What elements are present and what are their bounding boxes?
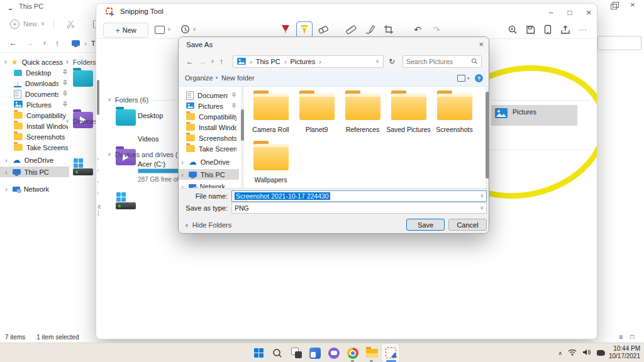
sidebar-item-screenshots[interactable]: Screenshots (14, 131, 68, 142)
highlighter-tool[interactable] (296, 21, 313, 38)
chrome-button[interactable] (343, 343, 362, 362)
explorer-new-button[interactable]: + New ∨ (10, 19, 45, 29)
dialog-sidebar-screenshots[interactable]: Screenshots (186, 133, 236, 143)
breadcrumb-pictures[interactable]: Pictures (290, 58, 315, 65)
wifi-icon[interactable] (568, 349, 577, 357)
sidebar-item-network[interactable]: › Network (4, 184, 67, 194)
help-icon[interactable]: ? (475, 74, 483, 82)
hide-folders-button[interactable]: ∧ Hide Folders (185, 221, 231, 229)
cut-icon[interactable] (63, 16, 79, 32)
chevron-collapsed-icon[interactable]: › (4, 156, 9, 164)
copy-icon[interactable] (540, 21, 555, 38)
touch-writing-tool[interactable] (362, 21, 378, 38)
undo-icon[interactable]: ↶ (409, 21, 426, 38)
snip-mode-dropdown[interactable]: ∨ (155, 23, 171, 36)
snipping-tool-button[interactable] (381, 343, 400, 362)
dialog-sidebar-pictures[interactable]: Pictures (186, 101, 236, 111)
history-chevron-icon[interactable]: ∨ (211, 59, 214, 64)
dialog-breadcrumb[interactable]: › This PC › Pictures › ∨ (233, 55, 384, 68)
close-icon[interactable]: × (479, 40, 484, 49)
folder-tile-camera-roll[interactable]: Camera Roll (248, 89, 294, 140)
zoom-icon[interactable] (505, 21, 520, 38)
sidebar-scrollbar-thumb[interactable] (241, 109, 244, 141)
ruler-tool[interactable] (343, 21, 359, 38)
minimize-icon[interactable]: – (541, 8, 560, 17)
snip-new-button[interactable]: + New (103, 23, 148, 38)
sidebar-item-desktop[interactable]: Desktop (14, 67, 68, 78)
dialog-sidebar-compatibility[interactable]: Compatibility M (186, 111, 236, 122)
dialog-sidebar-this-pc[interactable]: › This PC (179, 169, 239, 180)
history-chevron-icon[interactable]: ∨ (43, 41, 47, 46)
sidebar-scrollbar-track[interactable] (241, 87, 244, 188)
chevron-expanded-icon[interactable]: ∨ (4, 60, 8, 65)
redo-icon[interactable]: ↷ (428, 21, 445, 38)
sidebar-item-onedrive[interactable]: › ☁ OneDrive (4, 155, 67, 165)
sidebar-item-install-windows-11[interactable]: Install Windows 11 (14, 121, 68, 131)
save-type-dropdown[interactable]: PNG ∨ (231, 202, 487, 214)
folder-tile-screenshots[interactable]: Screenshots (431, 89, 477, 140)
cancel-button[interactable]: Cancel (448, 219, 487, 231)
desktop-folder-icon[interactable] (73, 70, 93, 87)
organize-button[interactable]: Organize ▾ (185, 74, 218, 82)
share-icon[interactable] (558, 21, 573, 38)
icons-view-icon[interactable]: □ (630, 333, 634, 340)
close-icon[interactable]: × (579, 8, 597, 18)
sidebar-item-pictures[interactable]: Pictures (14, 99, 68, 110)
forward-icon[interactable]: → (199, 57, 206, 66)
more-options-icon[interactable]: ··· (575, 21, 591, 38)
dialog-sidebar-documents[interactable]: Documents (186, 90, 236, 101)
save-button[interactable]: Save (406, 219, 445, 231)
chevron-down-icon[interactable]: ∨ (480, 194, 484, 199)
chevron-collapsed-icon[interactable]: › (4, 185, 9, 193)
sidebar-item-quick-access[interactable]: ∨ ★ Quick access (4, 57, 69, 67)
folder-tile-wallpapers[interactable]: Wallpapers (248, 140, 294, 190)
chat-button[interactable] (325, 343, 343, 362)
refresh-icon[interactable]: ↻ (389, 57, 395, 66)
explorer-restore-button[interactable] (609, 1, 619, 10)
up-icon[interactable]: ↑ (219, 57, 223, 66)
list-view-icon[interactable]: ≡ (619, 333, 623, 341)
file-name-input[interactable]: Screenshot 2021-10-17 224430 ∨ (231, 190, 487, 202)
dialog-sidebar-take-screenshots[interactable]: Take Screenshot (186, 143, 236, 154)
new-folder-button[interactable]: New folder (221, 74, 255, 82)
breadcrumb-this-pc[interactable]: This PC (256, 58, 280, 65)
taskbar-clock[interactable]: 10:44 PM 10/17/2021 (609, 345, 640, 360)
explorer-close-button[interactable]: × (630, 0, 635, 9)
sidebar-item-compatibility-mode[interactable]: Compatibility Mode (14, 110, 68, 121)
folder-tile-saved-pictures[interactable]: Saved Pictures (386, 89, 431, 140)
ballpoint-pen-tool[interactable] (277, 21, 294, 38)
sidebar-item-downloads[interactable]: ↓ Downloads (14, 78, 68, 89)
eraser-tool[interactable] (315, 21, 331, 38)
widgets-button[interactable] (306, 343, 325, 362)
sidebar-item-take-screenshots[interactable]: Take Screenshots (14, 142, 68, 153)
dialog-sidebar-install-windows[interactable]: Install Windows (186, 122, 236, 133)
chevron-collapsed-icon[interactable]: › (4, 168, 9, 176)
drive-icon[interactable] (73, 158, 93, 175)
search-input[interactable] (403, 58, 471, 65)
filelist-scrollbar-track[interactable] (486, 87, 489, 188)
back-icon[interactable]: ← (186, 57, 194, 66)
maximize-icon[interactable]: □ (560, 8, 579, 17)
taskbar-search-button[interactable] (268, 343, 287, 362)
input-device-icon[interactable] (597, 350, 605, 356)
crop-tool[interactable] (380, 21, 397, 38)
dialog-search-box[interactable] (402, 55, 482, 68)
chevron-down-icon[interactable]: ∨ (480, 206, 484, 211)
task-view-button[interactable] (287, 343, 306, 362)
sidebar-item-this-pc[interactable]: › This PC (0, 167, 69, 177)
explorer-search-input[interactable] (597, 36, 641, 50)
folder-tile-planet9[interactable]: Planet9 (294, 89, 340, 140)
up-icon[interactable]: ↑ (55, 38, 60, 48)
filelist-scrollbar-thumb[interactable] (486, 92, 489, 178)
tray-chevron-up-icon[interactable]: ∧ (558, 350, 562, 356)
back-icon[interactable]: ← (9, 38, 17, 48)
volume-icon[interactable] (582, 349, 591, 357)
dialog-sidebar-onedrive[interactable]: › ☁ OneDrive (180, 156, 238, 167)
chevron-down-icon[interactable]: ∨ (375, 59, 379, 64)
start-button[interactable] (249, 343, 268, 362)
chevron-collapsed-icon[interactable]: › (180, 158, 185, 166)
forward-icon[interactable]: → (26, 38, 34, 48)
sidebar-item-documents[interactable]: Documents (14, 89, 68, 99)
save-icon[interactable] (523, 21, 538, 38)
folder-tile-references[interactable]: References (340, 89, 386, 140)
